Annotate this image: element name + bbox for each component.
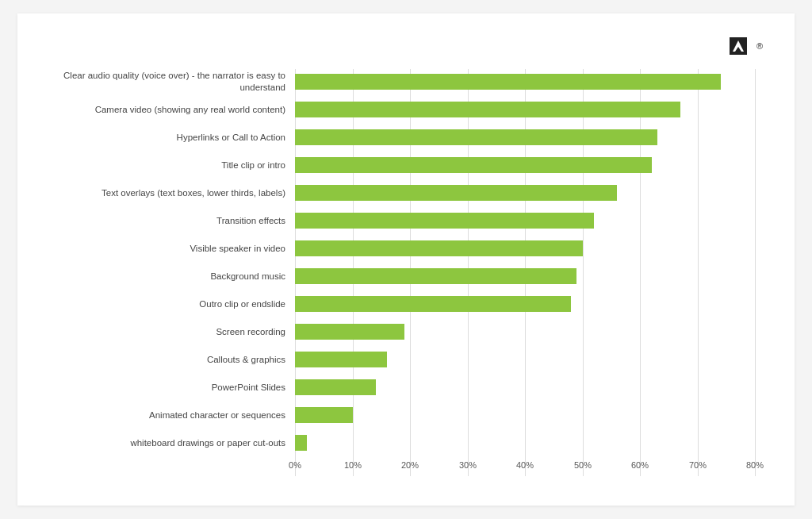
bar-row: Visible speaker in video — [49, 236, 763, 261]
bar-label: Clear audio quality (voice over) - the n… — [49, 70, 295, 94]
bar-area — [295, 236, 763, 261]
bar-area — [295, 97, 763, 122]
bar-row: Transition effects — [49, 208, 763, 233]
bar-area — [295, 402, 763, 428]
bar-area — [295, 291, 763, 317]
x-tick-label: 60% — [631, 460, 649, 470]
chart-header: ® — [49, 37, 763, 55]
x-tick-label: 80% — [746, 460, 764, 470]
bar-area — [295, 208, 763, 233]
bar-row: Text overlays (text boxes, lower thirds,… — [49, 180, 763, 206]
bar — [295, 268, 576, 284]
bar-row: Screen recording — [49, 319, 763, 344]
bar-row: Animated character or sequences — [49, 402, 763, 428]
bar-label: Hyperlinks or Call to Action — [49, 132, 295, 144]
bar-label: whiteboard drawings or paper cut-outs — [49, 437, 295, 449]
x-axis: 0%10%20%30%40%50%60%70%80% — [49, 460, 763, 476]
logo-icon — [730, 37, 747, 55]
bar-row: Background music — [49, 263, 763, 289]
bar — [295, 407, 353, 423]
bar-label: Camera video (showing any real world con… — [49, 104, 295, 116]
bar-label: Visible speaker in video — [49, 243, 295, 255]
bar-row: PowerPoint Slides — [49, 375, 763, 400]
bar — [295, 213, 594, 229]
bar — [295, 296, 571, 312]
bar-area — [295, 69, 763, 94]
bar-label: Background music — [49, 271, 295, 283]
bar — [295, 129, 657, 145]
bar-row: Callouts & graphics — [49, 347, 763, 372]
bar-area — [295, 375, 763, 400]
bar-label: Transition effects — [49, 215, 295, 227]
x-axis-labels: 0%10%20%30%40%50%60%70%80% — [295, 460, 763, 476]
bar-area — [295, 347, 763, 372]
bar-row: Outro clip or endslide — [49, 291, 763, 317]
bar-area — [295, 125, 763, 150]
bar-row: Title clip or intro — [49, 152, 763, 178]
bar — [295, 157, 652, 173]
bar-label: Screen recording — [49, 326, 295, 338]
logo-registered: ® — [756, 41, 763, 51]
bar-label: PowerPoint Slides — [49, 382, 295, 394]
x-tick-label: 10% — [344, 460, 362, 470]
x-tick-label: 30% — [459, 460, 477, 470]
bar-area — [295, 263, 763, 289]
bar-area — [295, 180, 763, 206]
bar — [295, 185, 617, 201]
bar-label: Callouts & graphics — [49, 354, 295, 366]
bar — [295, 435, 307, 451]
bar-area — [295, 152, 763, 178]
bar-row: Clear audio quality (voice over) - the n… — [49, 69, 763, 94]
bar — [295, 379, 376, 395]
bar — [295, 352, 387, 367]
x-tick-label: 20% — [401, 460, 419, 470]
bar — [295, 240, 583, 256]
bar-row: Hyperlinks or Call to Action — [49, 125, 763, 150]
logo: ® — [730, 37, 763, 55]
bar-label: Text overlays (text boxes, lower thirds,… — [49, 187, 295, 199]
bar-row: Camera video (showing any real world con… — [49, 97, 763, 122]
bar — [295, 324, 404, 340]
x-tick-label: 40% — [516, 460, 534, 470]
bar — [295, 74, 721, 90]
x-tick-label: 70% — [689, 460, 707, 470]
bars-container: Clear audio quality (voice over) - the n… — [49, 69, 763, 456]
chart-plot-area: Clear audio quality (voice over) - the n… — [49, 69, 763, 476]
chart-container: ® Clear audio quality (voice over) - the… — [17, 13, 795, 506]
bar — [295, 102, 680, 117]
bar-label: Animated character or sequences — [49, 409, 295, 421]
bar-area — [295, 430, 763, 456]
bar-row: whiteboard drawings or paper cut-outs — [49, 430, 763, 456]
bar-label: Title clip or intro — [49, 160, 295, 171]
x-tick-label: 0% — [289, 460, 301, 470]
bar-area — [295, 319, 763, 344]
bar-label: Outro clip or endslide — [49, 298, 295, 310]
x-tick-label: 50% — [574, 460, 592, 470]
